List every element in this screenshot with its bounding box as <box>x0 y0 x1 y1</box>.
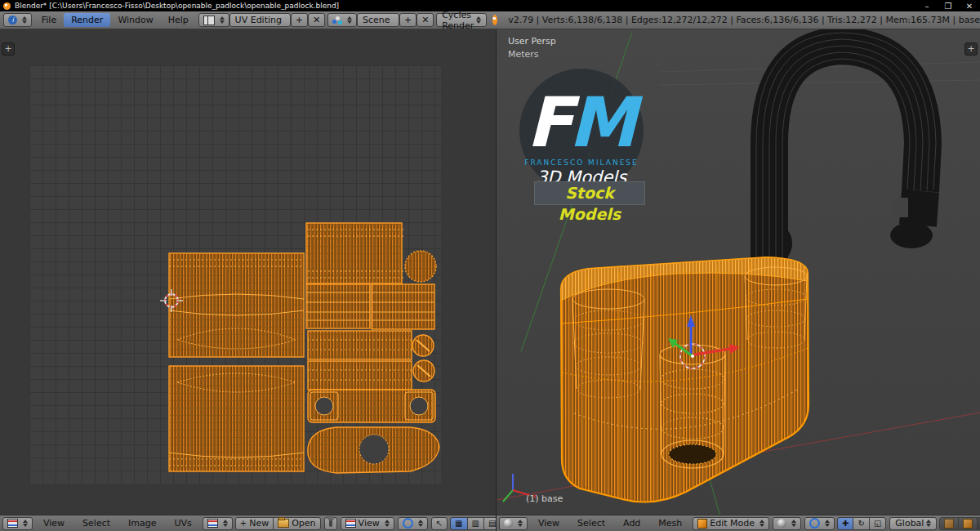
screen-layout-field[interactable]: UV Editing <box>229 13 291 27</box>
interaction-mode-select[interactable]: Edit Mode <box>693 517 769 530</box>
image-icon <box>345 519 356 528</box>
uv-image-editor[interactable]: + <box>0 29 496 515</box>
info-header: i File Render Window Help UV Editing + ✕… <box>0 11 980 29</box>
restore-button[interactable]: ❐ <box>938 2 959 11</box>
uv-sync-selection-toggle[interactable]: ↖ <box>431 517 448 530</box>
image-pin-toggle[interactable] <box>324 517 337 530</box>
render-engine-value: Cycles Render <box>442 10 474 31</box>
v3d-menu-view[interactable]: View <box>531 516 567 530</box>
uv-selection-mode-group: ▦ ▥ ▤ ▣ <box>451 517 496 530</box>
view-name-overlay: User Persp <box>508 36 556 47</box>
edge-select-mode-button[interactable] <box>958 517 978 530</box>
menu-file[interactable]: File <box>34 13 64 27</box>
uv-menu-select[interactable]: Select <box>75 516 118 530</box>
add-layout-button[interactable]: + <box>291 13 308 27</box>
v3d-menu-select[interactable]: Select <box>570 516 612 530</box>
uv-layout-canvas <box>0 29 496 515</box>
v3d-menu-mesh[interactable]: Mesh <box>651 516 689 530</box>
padlock-shackle <box>756 33 936 274</box>
manipulator-rotate-button[interactable]: ↻ <box>853 517 869 530</box>
shading-icon <box>777 519 786 528</box>
edge-mode-icon <box>963 519 973 529</box>
open-label: Open <box>292 518 315 529</box>
delete-scene-button[interactable]: ✕ <box>416 13 434 27</box>
scene-statistics: v2.79 | Verts:6,138/6,138 | Edges:12,272… <box>508 15 980 25</box>
display-mode-value: View <box>359 518 380 529</box>
uv-select-edge-button[interactable]: ▥ <box>467 517 484 530</box>
fm-logo: F M FRANCESCO MILANESE 3D Models <box>519 69 644 193</box>
chevron-updown-icon <box>518 520 523 527</box>
titlebar: Blender* [C:\Users\Francesco-Fisso\Deskt… <box>0 0 980 11</box>
chevron-updown-icon <box>347 16 352 24</box>
image-icon <box>207 519 218 528</box>
expand-region-icon[interactable]: + <box>2 42 15 56</box>
viewport-3d-icon <box>504 519 513 528</box>
uv-island-body-left <box>169 253 304 471</box>
manipulator-scale-button[interactable]: ◱ <box>869 517 886 530</box>
face-select-icon: ▤ <box>488 520 496 528</box>
padlock-body <box>561 257 808 502</box>
uv-select-vertex-button[interactable]: ▦ <box>450 517 467 530</box>
chevron-updown-icon <box>926 520 931 527</box>
display-mode-select[interactable]: View <box>341 517 394 530</box>
chevron-updown-icon <box>418 520 423 527</box>
image-editor-icon <box>7 519 18 528</box>
menu-render[interactable]: Render <box>64 13 110 27</box>
menu-help[interactable]: Help <box>161 13 196 27</box>
stock-models-badge: Stock Models <box>534 181 645 205</box>
minimize-button[interactable]: – <box>916 2 938 11</box>
transform-orientation-select[interactable]: Global <box>889 517 937 530</box>
editor-type-button-info[interactable]: i <box>3 13 32 27</box>
viewport-shading-select[interactable] <box>773 517 801 530</box>
blender-logo-icon <box>3 2 11 10</box>
manipulator-group: ✚ ↻ ◱ <box>838 517 886 530</box>
chevron-updown-icon <box>825 520 830 527</box>
uv-menu-image[interactable]: Image <box>121 516 163 530</box>
screen-layout-icon <box>203 16 215 25</box>
cursor-arrow-icon: ↖ <box>436 520 443 528</box>
image-browse-button[interactable] <box>203 517 233 530</box>
translate-icon: ✚ <box>842 520 849 528</box>
delete-layout-button[interactable]: ✕ <box>308 13 325 27</box>
uv-select-face-button[interactable]: ▤ <box>483 517 496 530</box>
scene-field[interactable]: Scene <box>357 13 399 27</box>
vertex-select-mode-button[interactable] <box>939 517 959 530</box>
editor-type-button-3d[interactable] <box>499 517 528 530</box>
chevron-updown-icon <box>385 520 390 527</box>
uv-menu-uvs[interactable]: UVs <box>167 516 199 530</box>
image-new-button[interactable]: + New <box>235 517 274 530</box>
orientation-value: Global <box>895 518 924 529</box>
scene-browse-button[interactable] <box>327 13 357 27</box>
mesh-select-mode-group <box>940 517 980 530</box>
chevron-updown-icon <box>791 520 796 527</box>
face-select-mode-button[interactable] <box>977 517 980 530</box>
pivot-point-select-3d[interactable] <box>804 517 835 530</box>
uv-menu-view[interactable]: View <box>36 516 72 530</box>
editor-type-button-uv[interactable] <box>2 517 33 530</box>
pin-icon <box>329 520 332 527</box>
pivot-point-select[interactable] <box>398 517 428 530</box>
blender-logo-icon <box>492 15 497 25</box>
menu-window[interactable]: Window <box>110 13 160 27</box>
viewport-3d[interactable]: x User Persp Meters F M FRANCESCO MILANE… <box>497 29 980 515</box>
info-icon: i <box>8 16 17 25</box>
object-info-overlay: (1) base <box>526 493 563 504</box>
add-scene-button[interactable]: + <box>399 13 416 27</box>
image-open-button[interactable]: Open <box>273 517 320 530</box>
units-overlay: Meters <box>508 49 539 60</box>
logo-name: FRANCESCO MILANESE <box>519 158 644 167</box>
expand-region-icon[interactable]: + <box>964 42 978 56</box>
vertex-mode-icon <box>944 519 954 529</box>
pivot-icon <box>403 518 413 529</box>
close-button[interactable]: ✕ <box>959 2 980 11</box>
screen-layout-browse-button[interactable] <box>198 13 229 27</box>
new-label: New <box>249 518 269 529</box>
render-engine-select[interactable]: Cycles Render <box>436 13 487 27</box>
blender-window: Blender* [C:\Users\Francesco-Fisso\Deskt… <box>0 0 980 531</box>
uv-editor-header: View Select Image UVs + New Open View <box>0 515 496 531</box>
viewport-header: View Select Add Mesh Edit Mode ✚ ↻ ◱ Glo… <box>497 515 980 531</box>
manipulator-translate-button[interactable]: ✚ <box>837 517 853 530</box>
logo-letter-f: F <box>527 90 573 155</box>
folder-icon <box>278 519 289 528</box>
v3d-menu-add[interactable]: Add <box>616 516 648 530</box>
